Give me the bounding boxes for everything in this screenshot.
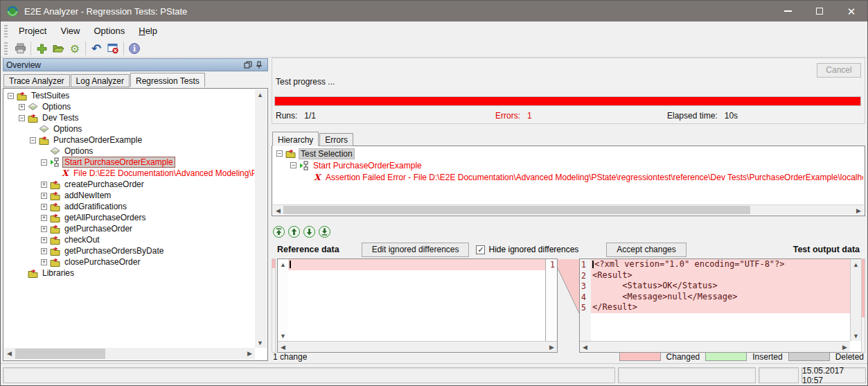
output-text[interactable]: <?xml version="1.0" encoding="UTF-8"?><R… xyxy=(591,259,850,341)
test-output-pane[interactable]: 12345 <?xml version="1.0" encoding="UTF-… xyxy=(579,258,862,353)
tab-log-analyzer[interactable]: Log Analyzer xyxy=(71,74,130,87)
open-folder-icon[interactable] xyxy=(50,41,67,56)
tree-item[interactable]: −TestSuites xyxy=(5,90,254,101)
overview-header[interactable]: Overview xyxy=(3,58,268,71)
collapse-icon[interactable]: − xyxy=(30,137,36,143)
scroll-up-icon[interactable]: ▲ xyxy=(278,259,288,270)
collapse-icon[interactable]: − xyxy=(276,150,283,157)
error-x-icon: X xyxy=(313,173,321,182)
status-bar: 15.05.2017 10:57 xyxy=(1,363,867,385)
scroll-right-icon[interactable]: ▶ xyxy=(245,348,255,358)
settings-gear-icon[interactable]: ⚙ xyxy=(67,41,83,56)
tree-item[interactable]: −Test Selection xyxy=(274,148,863,159)
output-line[interactable]: <Result> xyxy=(591,270,850,281)
error-x-icon: X xyxy=(61,168,69,178)
tree-item[interactable]: Libraries xyxy=(5,267,254,279)
tree-item[interactable]: XFile D:\E2E Documentation\Advanced Mode… xyxy=(5,168,254,179)
menu-options[interactable]: Options xyxy=(87,23,132,39)
toolbar-grip[interactable] xyxy=(4,42,8,55)
scrollbar-thumb[interactable] xyxy=(15,349,105,359)
collapse-icon[interactable]: − xyxy=(290,162,296,168)
reference-line[interactable] xyxy=(288,259,545,270)
tree-item[interactable]: −Dev Tests xyxy=(5,112,254,123)
expand-icon[interactable]: + xyxy=(41,259,47,265)
scroll-up-icon[interactable]: ▲ xyxy=(851,259,861,270)
accept-changes-button[interactable]: Accept changes xyxy=(606,243,686,257)
tree-vertical-scrollbar[interactable]: ▲ ▼ xyxy=(255,89,267,348)
tree-item[interactable]: +Options xyxy=(5,101,254,112)
tree-item[interactable]: +getPurchaseOrdersByDate xyxy=(5,245,254,256)
scroll-down-icon[interactable]: ▼ xyxy=(255,337,265,348)
checkbox-icon[interactable]: ✓ xyxy=(476,245,485,254)
menu-help[interactable]: Help xyxy=(132,23,164,39)
expand-icon[interactable]: + xyxy=(41,182,47,188)
scroll-down-icon[interactable]: ▼ xyxy=(278,331,288,341)
expand-icon[interactable]: + xyxy=(19,104,25,110)
tree-item[interactable]: +addNewItem xyxy=(5,190,254,201)
hierarchy-horizontal-scrollbar[interactable]: ◀ ▶ xyxy=(273,204,864,215)
expand-icon[interactable]: + xyxy=(41,226,47,232)
collapse-icon[interactable]: − xyxy=(19,115,25,121)
tree-item[interactable]: +createPurchaseOrder xyxy=(5,179,254,190)
tree-item[interactable]: Options xyxy=(5,123,254,134)
output-change-overview[interactable] xyxy=(861,258,865,353)
tree-item[interactable]: Options xyxy=(5,146,254,157)
expand-icon[interactable]: + xyxy=(41,237,47,243)
next-difference-button[interactable] xyxy=(303,226,315,238)
tree-item[interactable]: −Start PurchaseOrderExample xyxy=(274,159,863,171)
tree-horizontal-scrollbar[interactable]: ◀ ▶ xyxy=(4,348,255,360)
float-panel-icon[interactable] xyxy=(242,60,254,70)
reference-data-pane[interactable]: ▲ ▼ 1 ◀ ▶ xyxy=(277,258,558,353)
menu-project[interactable]: Project xyxy=(12,23,53,39)
tree-item[interactable]: +closePurchaseOrder xyxy=(5,256,254,267)
print-icon[interactable] xyxy=(12,41,28,56)
previous-difference-button[interactable] xyxy=(288,226,300,238)
collapse-icon[interactable]: − xyxy=(8,93,14,99)
tab-errors[interactable]: Errors xyxy=(319,133,353,146)
scroll-left-icon[interactable]: ◀ xyxy=(4,348,15,358)
scroll-left-icon[interactable]: ◀ xyxy=(273,205,283,216)
edit-ignored-differences-button[interactable]: Edit ignored differences xyxy=(362,243,470,257)
expand-icon[interactable]: + xyxy=(41,204,47,210)
tree-item[interactable]: +getAllPurchaseOrders xyxy=(5,212,254,223)
output-line[interactable]: <?xml version="1.0" encoding="UTF-8"?> xyxy=(591,259,850,270)
tree-item[interactable]: +addGratifications xyxy=(5,201,254,212)
reference-line-scroll[interactable]: ▲ ▼ xyxy=(278,259,288,341)
tab-trace-analyzer[interactable]: Trace Analyzer xyxy=(3,74,70,87)
add-icon[interactable] xyxy=(33,41,50,56)
tree-item[interactable]: +checkOut xyxy=(5,234,254,245)
output-line[interactable]: </Result> xyxy=(591,302,850,313)
expand-icon[interactable]: + xyxy=(41,193,47,199)
collapse-icon[interactable]: − xyxy=(41,159,47,166)
info-icon[interactable]: i xyxy=(126,41,143,56)
menu-view[interactable]: View xyxy=(53,23,87,39)
hide-ignored-differences-checkbox[interactable]: ✓ Hide ignored differences xyxy=(476,245,578,254)
close-button[interactable]: ✕ xyxy=(835,1,867,21)
menubar-grip[interactable] xyxy=(4,25,8,37)
first-difference-button[interactable] xyxy=(273,226,285,238)
maximize-button[interactable] xyxy=(804,1,835,21)
pin-panel-icon[interactable] xyxy=(254,60,265,70)
output-vertical-scrollbar[interactable]: ▲ ▼ xyxy=(850,259,861,341)
minimize-button[interactable] xyxy=(772,1,804,21)
scroll-down-icon[interactable]: ▼ xyxy=(851,331,861,341)
reference-text[interactable] xyxy=(288,259,545,341)
undo-icon[interactable]: ↶ xyxy=(88,41,105,56)
tree-item[interactable]: −Start PurchaseOrderExample xyxy=(5,157,254,168)
last-difference-button[interactable] xyxy=(319,226,330,238)
reference-change-overview[interactable] xyxy=(272,258,276,353)
expand-icon[interactable]: + xyxy=(41,248,47,254)
scroll-up-icon[interactable]: ▲ xyxy=(255,89,265,100)
tree-item[interactable]: +getPurchaseOrder xyxy=(5,223,254,234)
expand-icon[interactable]: + xyxy=(41,215,47,221)
tree-item[interactable]: XAssertion Failed Error - File D:\E2E Do… xyxy=(274,171,863,183)
cancel-button[interactable]: Cancel xyxy=(817,63,861,78)
output-line[interactable]: <Status>OK</Status> xyxy=(591,281,850,292)
close-report-icon[interactable] xyxy=(105,41,121,56)
tree-item[interactable]: −PurchaseOrderExample xyxy=(5,134,254,146)
scroll-right-icon[interactable]: ▶ xyxy=(853,205,864,216)
output-line[interactable]: <Message>null</Message> xyxy=(591,292,850,303)
tab-hierarchy[interactable]: Hierarchy xyxy=(272,132,319,146)
scrollbar-thumb[interactable] xyxy=(283,206,750,214)
tab-regression-tests[interactable]: Regression Tests xyxy=(130,73,205,87)
